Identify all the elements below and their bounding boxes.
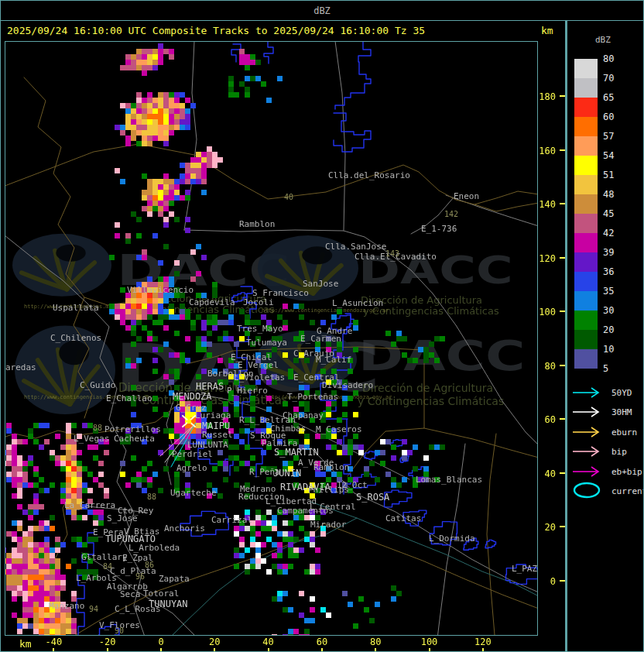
place-label-l_paz: L_PAZ <box>512 564 537 573</box>
place-label-sanjose: SanJose <box>303 280 338 288</box>
x-tick--40: -40 <box>36 637 70 652</box>
timestamp-bar: 2025/09/24 16:10:00 UTC Composite Tracks… <box>1 21 564 41</box>
place-label-tres_mayo: Tres_Mayo <box>237 324 283 333</box>
dbz-swatch-20 <box>574 330 598 349</box>
road-number-label: 84 <box>103 562 112 571</box>
dbz-swatch-35 <box>574 291 598 311</box>
y-tick-100: 100 <box>539 307 565 316</box>
road-number-label: 90 <box>115 626 124 635</box>
place-label-catitas: Catitas <box>385 514 421 523</box>
place-label-mirador: Mirador <box>310 520 346 529</box>
legend-marker-label: eburn <box>611 427 637 438</box>
place-label-tulumaya: Tulumaya <box>246 338 287 347</box>
road-number-label: 86 <box>145 561 154 569</box>
dbz-scale-value: 39 <box>603 248 626 257</box>
dbz-scale-value: 54 <box>603 151 626 160</box>
y-tick-160: 160 <box>539 146 565 155</box>
place-label-luriaga: Luriaga <box>195 411 231 420</box>
legend-marker-50YD: 50YD <box>571 385 644 402</box>
dbz-scale-value: 30 <box>603 306 626 315</box>
road-number-label: 142 <box>444 210 458 218</box>
place-label-la_carrera: La_Carrera <box>64 501 115 510</box>
top-title-bar: dBZ <box>1 1 643 21</box>
place-label-s_francisco: S_Francisco <box>252 289 309 297</box>
legend-marker-label: 50YD <box>611 388 632 398</box>
legend-marker-eburn: eburn <box>571 424 644 441</box>
legend-marker-label: eb+bip <box>611 467 642 477</box>
place-label-lunlunta: LUNLUNTA <box>187 441 228 449</box>
road-number-label: 40 <box>284 193 293 201</box>
place-label-eneon: Eneon <box>454 192 479 201</box>
dbz-scale-value: 10 <box>603 345 626 354</box>
place-label-l_vegas: L_Vegas <box>74 434 109 443</box>
place-label-c_guido: C_Guido <box>80 381 115 389</box>
place-label-seca: Seca <box>120 590 141 599</box>
road-number-label: 143 <box>385 249 399 258</box>
place-label-m_caseros: M_Caseros <box>316 425 362 434</box>
place-label-russel: Russel <box>202 431 233 439</box>
place-label-junin: JUNIN <box>273 469 301 478</box>
dbz-scale-value: 48 <box>603 190 626 199</box>
road-number-label: 88 <box>93 424 102 432</box>
place-label-carrizal: Carrizal <box>211 516 252 524</box>
y-axis-unit-label: km <box>541 21 553 41</box>
x-tick-40: 40 <box>252 637 286 652</box>
place-label-clla.sanjose: Clla.SanJose <box>325 242 386 251</box>
dbz-swatch-57 <box>574 136 598 156</box>
dbz-swatch-60 <box>574 117 598 136</box>
place-label-heras: HERAS <box>196 383 224 391</box>
place-label-mendoza: MENDOZA <box>173 393 212 401</box>
legend-marker-label: bip <box>611 447 627 457</box>
place-label-manzano: Manzano <box>49 602 84 610</box>
x-tick-60: 60 <box>305 637 339 652</box>
place-label-anchoris: Anchoris <box>164 524 205 533</box>
dbz-swatch-70 <box>574 78 598 98</box>
y-tick-120: 120 <box>539 253 565 263</box>
place-label-m_calif: M_Calif <box>316 355 351 364</box>
place-label-e_1-736: E_1-736 <box>421 225 457 233</box>
radar-app-window: dBZ 2025/09/24 16:10:00 UTC Composite Tr… <box>0 0 644 652</box>
road-number-label: 94 <box>89 605 98 613</box>
place-label-lomas_blancas: Lomas_Blancas <box>416 475 482 484</box>
place-label-capdevila: Capdevila <box>189 298 235 307</box>
legend-marker-label: 30HM <box>611 407 632 417</box>
place-label-zapata: Zapata <box>159 575 190 583</box>
y-tick-180: 180 <box>539 91 565 101</box>
place-label-ramblon: Ramblon <box>313 463 349 472</box>
place-label-c_chilenos: C_Chilenos <box>50 334 101 342</box>
place-label-ugarteche: Ugarteche <box>170 489 217 497</box>
radar-map[interactable]: Clla.del_RosarioEneonE_1-736RamblonClla.… <box>5 41 538 636</box>
place-label-phillips: Phillips <box>308 486 349 494</box>
place-label-s_martin: S_MARTIN <box>274 448 319 457</box>
dbz-swatch-48 <box>574 194 598 214</box>
place-label-jocoli: Jocoli <box>243 298 274 307</box>
place-label-t_porteñas: T_Porteñas <box>287 393 338 401</box>
current-ellipse-icon <box>571 481 607 499</box>
place-label-l_dormida: L_Dormida <box>429 534 475 543</box>
legend-marker-label: current <box>611 486 644 496</box>
legend-marker-30HM: 30HM <box>571 404 644 421</box>
place-label-totoral: Totoral <box>143 589 179 598</box>
x-tick-20: 20 <box>197 637 231 652</box>
place-label-uspallata: Uspallata <box>53 304 99 312</box>
y-tick-140: 140 <box>539 199 565 208</box>
place-label-gltallary: Gltallary <box>81 553 128 561</box>
place-label-campamentos: Campamentos <box>277 506 334 515</box>
place-label-p_hierro: P_Hierro <box>227 386 268 395</box>
place-label-e_carmen: E_Carmen <box>300 335 341 343</box>
eb+bip-arrow-icon <box>571 465 607 478</box>
map-label-layer: Clla.del_RosarioEneonE_1-736RamblonClla.… <box>5 42 537 635</box>
dbz-swatch-39 <box>574 252 598 272</box>
x-tick-120: 120 <box>466 637 500 652</box>
x-tick--20: -20 <box>91 637 125 652</box>
y-tick-40: 40 <box>539 468 565 478</box>
dbz-scale-value: 5 <box>603 364 626 373</box>
dbz-scale-value: 45 <box>603 209 626 218</box>
place-label-e_challao: E_Challao <box>106 394 152 403</box>
place-label-clla.del_rosario: Clla.del_Rosario <box>328 171 410 180</box>
place-label-perdriel: Perdriel <box>172 450 213 458</box>
x-tick-100: 100 <box>413 637 447 652</box>
y-tick-80: 80 <box>539 361 565 370</box>
eburn-arrow-icon <box>571 426 607 438</box>
dbz-swatch-51 <box>574 175 598 194</box>
